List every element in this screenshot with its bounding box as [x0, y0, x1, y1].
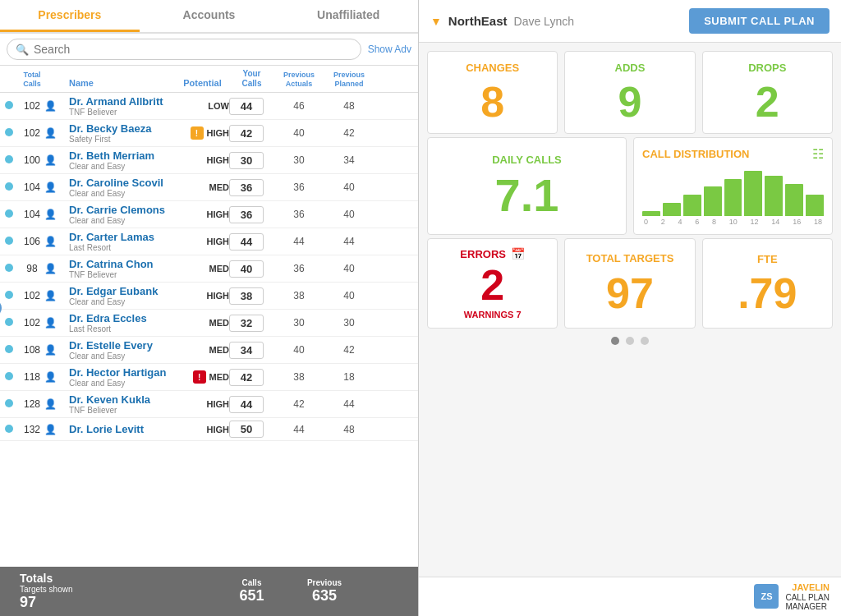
row-potential-cell: HIGH: [176, 209, 229, 219]
row-icon: 👤: [44, 371, 69, 383]
row-potential: HIGH: [207, 155, 230, 165]
row-prev-planned: 42: [324, 127, 375, 139]
dot-2[interactable]: [626, 337, 634, 345]
row-doctor-name[interactable]: Dr. Lorie Levitt: [69, 423, 176, 435]
totals-calls-block: Calls 651: [229, 578, 274, 605]
row-your-calls-cell[interactable]: [229, 125, 274, 142]
bar-axis: 024681012141618: [642, 218, 824, 226]
row-doctor-name[interactable]: Dr. Carter Lamas: [69, 231, 176, 243]
row-your-calls-cell[interactable]: [229, 396, 274, 413]
row-icon: 👤: [44, 317, 69, 329]
row-doctor-name[interactable]: Dr. Catrina Chon: [69, 258, 176, 270]
row-your-calls-cell[interactable]: [229, 315, 274, 332]
row-your-calls-input[interactable]: [229, 98, 264, 115]
row-doctor-name[interactable]: Dr. Caroline Scovil: [69, 177, 176, 189]
tab-accounts[interactable]: Accounts: [140, 0, 279, 32]
axis-label: 16: [793, 218, 801, 226]
row-doctor-name[interactable]: Dr. Estelle Every: [69, 339, 176, 352]
row-your-calls-cell[interactable]: [229, 421, 274, 438]
row-your-calls-input[interactable]: [229, 125, 264, 142]
dot-3[interactable]: [641, 337, 649, 345]
row-prev-planned: 48: [324, 100, 375, 112]
row-segment: Last Resort: [69, 324, 176, 333]
row-your-calls-input[interactable]: [229, 342, 264, 359]
row-your-calls-cell[interactable]: [229, 369, 274, 386]
row-your-calls-input[interactable]: [229, 421, 264, 438]
row-your-calls-input[interactable]: [229, 287, 264, 305]
search-input-wrap[interactable]: 🔍: [7, 39, 361, 60]
row-your-calls-cell[interactable]: [229, 179, 274, 196]
row-your-calls-input[interactable]: [229, 152, 264, 169]
row-doctor-name[interactable]: Dr. Edra Eccles: [69, 312, 176, 324]
row-dot: [5, 182, 20, 193]
row-doctor-name[interactable]: Dr. Beth Merriam: [69, 149, 176, 162]
row-dot: [5, 317, 20, 329]
dot-1[interactable]: [611, 337, 619, 345]
row-total-calls: 102: [20, 100, 44, 112]
th-your-calls[interactable]: YourCalls: [229, 69, 274, 89]
total-targets-value: 97: [606, 272, 654, 315]
submit-call-plan-button[interactable]: SUBMIT CALL PLAN: [689, 8, 830, 34]
targets-shown-value: 97: [20, 594, 176, 611]
row-dot: [5, 371, 20, 383]
row-your-calls-cell[interactable]: [229, 342, 274, 359]
dist-header: CALL DISTRIBUTION ☷: [642, 146, 824, 162]
row-doctor-name-cell: Dr. Caroline Scovil Clear and Easy: [69, 177, 176, 198]
tab-prescribers[interactable]: Prescribers: [0, 0, 140, 32]
row-your-calls-input[interactable]: [229, 369, 264, 386]
region-dropdown-arrow[interactable]: ▼: [430, 15, 442, 28]
th-name[interactable]: Name: [69, 78, 176, 89]
th-potential[interactable]: Potential: [176, 78, 229, 89]
row-your-calls-cell[interactable]: [229, 233, 274, 251]
axis-label: 8: [712, 218, 716, 226]
row-your-calls-input[interactable]: [229, 315, 264, 332]
row-potential-cell: HIGH: [176, 155, 229, 165]
axis-label: 0: [644, 218, 648, 226]
row-your-calls-input[interactable]: [229, 396, 264, 413]
table-header: TotalCalls Name Potential YourCalls Prev…: [0, 66, 418, 93]
row-doctor-name[interactable]: Dr. Keven Kukla: [69, 393, 176, 406]
row-icon: 👤: [44, 209, 69, 220]
row-prev-actuals: 44: [274, 424, 324, 435]
fte-card: FTE .79: [702, 238, 833, 329]
row-dot: [5, 236, 20, 247]
row-total-calls: 118: [20, 371, 44, 383]
row-prev-actuals: 40: [274, 127, 324, 139]
row-your-calls-cell[interactable]: [229, 260, 274, 278]
search-bar: 🔍 Show Adv: [0, 34, 418, 66]
total-targets-card: TOTAL TARGETS 97: [564, 238, 695, 329]
right-header: ▼ NorthEast Dave Lynch SUBMIT CALL PLAN: [419, 0, 841, 43]
row-total-calls: 102: [20, 317, 44, 329]
row-your-calls-input[interactable]: [229, 206, 264, 223]
row-doctor-name[interactable]: Dr. Armand Allbritt: [69, 95, 176, 108]
row-your-calls-cell[interactable]: [229, 287, 274, 305]
row-total-calls: 98: [20, 263, 44, 274]
row-doctor-name[interactable]: Dr. Hector Hartigan: [69, 366, 176, 379]
row-prev-planned: 40: [324, 290, 375, 301]
top-stats-grid: CHANGES 8 ADDS 9 DROPS 2: [419, 43, 841, 137]
row-your-calls-input[interactable]: [229, 260, 264, 278]
row-dot: [5, 290, 20, 301]
totals-previous-block: Previous 635: [274, 578, 375, 605]
table-body: 102 👤 Dr. Armand Allbritt TNF Believer L…: [0, 93, 418, 567]
row-segment: Clear and Easy: [69, 379, 176, 388]
row-your-calls-input[interactable]: [229, 233, 264, 251]
row-your-calls-cell[interactable]: [229, 206, 274, 223]
row-doctor-name[interactable]: Dr. Carrie Clemons: [69, 204, 176, 216]
table-row: 132 👤 Dr. Lorie Levitt HIGH 44 48: [0, 418, 418, 441]
dist-settings-icon[interactable]: ☷: [812, 146, 824, 162]
row-doctor-name[interactable]: Dr. Edgar Eubank: [69, 285, 176, 297]
table-row: 100 👤 Dr. Beth Merriam Clear and Easy HI…: [0, 147, 418, 174]
row-icon: 👤: [44, 398, 69, 410]
row-prev-actuals: 42: [274, 398, 324, 410]
row-your-calls-input[interactable]: [229, 179, 264, 196]
row-your-calls-cell[interactable]: [229, 152, 274, 169]
table-row: 104 👤 Dr. Caroline Scovil Clear and Easy…: [0, 174, 418, 201]
tab-unaffiliated[interactable]: Unaffiliated: [278, 0, 418, 32]
show-advanced-link[interactable]: Show Adv: [368, 44, 411, 55]
row-doctor-name[interactable]: Dr. Becky Baeza: [69, 122, 176, 135]
search-input[interactable]: [34, 43, 352, 56]
total-targets-label: TOTAL TARGETS: [586, 252, 674, 266]
row-your-calls-cell[interactable]: [229, 98, 274, 115]
row-total-calls: 128: [20, 398, 44, 410]
